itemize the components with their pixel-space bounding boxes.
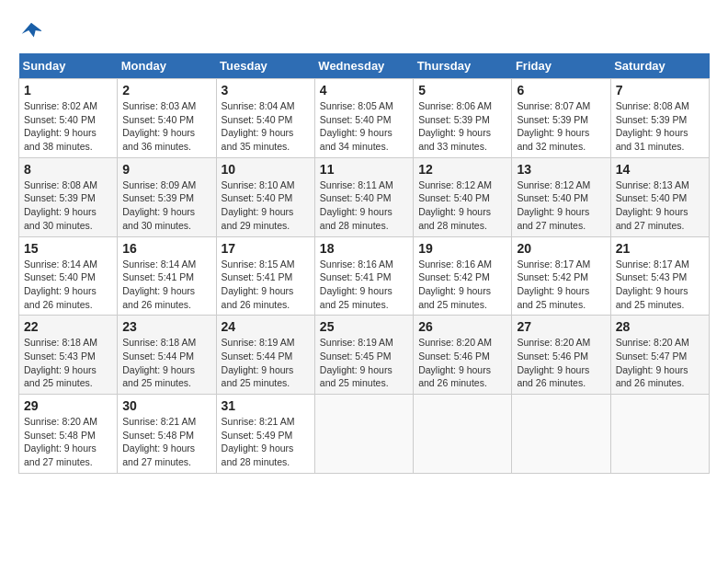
calendar-cell: 16 Sunrise: 8:14 AM Sunset: 5:41 PM Dayl… (118, 236, 216, 316)
day-number: 25 (320, 319, 408, 334)
calendar-cell: 4 Sunrise: 8:05 AM Sunset: 5:40 PM Dayli… (314, 79, 413, 158)
calendar-cell: 26 Sunrise: 8:20 AM Sunset: 5:46 PM Dayl… (414, 316, 512, 395)
calendar-cell (610, 395, 709, 474)
day-info: Sunrise: 8:13 AM Sunset: 5:40 PM Dayligh… (616, 178, 704, 233)
day-info: Sunrise: 8:04 AM Sunset: 5:40 PM Dayligh… (222, 99, 310, 154)
header (18, 18, 710, 44)
calendar-cell: 6 Sunrise: 8:07 AM Sunset: 5:39 PM Dayli… (512, 79, 610, 158)
day-number: 10 (222, 162, 310, 177)
calendar-cell: 19 Sunrise: 8:16 AM Sunset: 5:42 PM Dayl… (414, 236, 512, 316)
day-info: Sunrise: 8:08 AM Sunset: 5:39 PM Dayligh… (616, 99, 704, 154)
calendar-cell: 31 Sunrise: 8:21 AM Sunset: 5:49 PM Dayl… (216, 395, 314, 474)
calendar-cell: 17 Sunrise: 8:15 AM Sunset: 5:41 PM Dayl… (216, 236, 314, 316)
calendar-cell: 23 Sunrise: 8:18 AM Sunset: 5:44 PM Dayl… (118, 316, 216, 395)
day-info: Sunrise: 8:16 AM Sunset: 5:41 PM Dayligh… (320, 258, 408, 312)
day-info: Sunrise: 8:17 AM Sunset: 5:42 PM Dayligh… (517, 258, 605, 312)
day-number: 11 (320, 162, 408, 177)
calendar-cell (414, 395, 512, 474)
day-info: Sunrise: 8:14 AM Sunset: 5:40 PM Dayligh… (24, 258, 112, 312)
week-row-5: 29 Sunrise: 8:20 AM Sunset: 5:48 PM Dayl… (19, 395, 710, 474)
day-number: 14 (616, 162, 704, 177)
day-number: 1 (24, 83, 112, 98)
calendar-cell: 28 Sunrise: 8:20 AM Sunset: 5:47 PM Dayl… (610, 316, 709, 395)
day-info: Sunrise: 8:09 AM Sunset: 5:39 PM Dayligh… (122, 178, 210, 233)
day-number: 22 (24, 319, 112, 334)
logo-icon (18, 18, 44, 44)
calendar-cell: 21 Sunrise: 8:17 AM Sunset: 5:43 PM Dayl… (610, 236, 709, 316)
day-number: 2 (122, 83, 210, 98)
day-info: Sunrise: 8:05 AM Sunset: 5:40 PM Dayligh… (320, 99, 408, 154)
day-number: 16 (122, 241, 210, 256)
day-info: Sunrise: 8:18 AM Sunset: 5:44 PM Dayligh… (122, 336, 210, 390)
day-info: Sunrise: 8:16 AM Sunset: 5:42 PM Dayligh… (418, 258, 506, 312)
calendar-cell: 10 Sunrise: 8:10 AM Sunset: 5:40 PM Dayl… (216, 157, 314, 236)
day-number: 4 (320, 83, 408, 98)
calendar-cell: 20 Sunrise: 8:17 AM Sunset: 5:42 PM Dayl… (512, 236, 610, 316)
week-row-3: 15 Sunrise: 8:14 AM Sunset: 5:40 PM Dayl… (19, 236, 710, 316)
calendar-cell: 29 Sunrise: 8:20 AM Sunset: 5:48 PM Dayl… (19, 395, 118, 474)
column-header-saturday: Saturday (610, 53, 709, 79)
calendar-cell: 14 Sunrise: 8:13 AM Sunset: 5:40 PM Dayl… (610, 157, 709, 236)
calendar-cell: 30 Sunrise: 8:21 AM Sunset: 5:48 PM Dayl… (118, 395, 216, 474)
calendar-cell: 13 Sunrise: 8:12 AM Sunset: 5:40 PM Dayl… (512, 157, 610, 236)
day-info: Sunrise: 8:21 AM Sunset: 5:48 PM Dayligh… (122, 415, 210, 469)
calendar-cell: 1 Sunrise: 8:02 AM Sunset: 5:40 PM Dayli… (19, 79, 118, 158)
column-header-friday: Friday (512, 53, 610, 79)
calendar-header-row: SundayMondayTuesdayWednesdayThursdayFrid… (19, 53, 710, 79)
calendar-cell: 5 Sunrise: 8:06 AM Sunset: 5:39 PM Dayli… (414, 79, 512, 158)
calendar-cell: 27 Sunrise: 8:20 AM Sunset: 5:46 PM Dayl… (512, 316, 610, 395)
calendar-cell: 12 Sunrise: 8:12 AM Sunset: 5:40 PM Dayl… (414, 157, 512, 236)
day-number: 12 (418, 162, 506, 177)
day-number: 9 (122, 162, 210, 177)
column-header-tuesday: Tuesday (216, 53, 314, 79)
day-number: 21 (616, 241, 704, 256)
column-header-sunday: Sunday (19, 53, 118, 79)
calendar-cell: 3 Sunrise: 8:04 AM Sunset: 5:40 PM Dayli… (216, 79, 314, 158)
calendar: SundayMondayTuesdayWednesdayThursdayFrid… (18, 53, 710, 474)
day-number: 7 (616, 83, 704, 98)
day-info: Sunrise: 8:17 AM Sunset: 5:43 PM Dayligh… (616, 258, 704, 312)
day-info: Sunrise: 8:11 AM Sunset: 5:40 PM Dayligh… (320, 178, 408, 233)
calendar-cell (314, 395, 413, 474)
day-info: Sunrise: 8:20 AM Sunset: 5:46 PM Dayligh… (517, 336, 605, 390)
day-info: Sunrise: 8:19 AM Sunset: 5:45 PM Dayligh… (320, 336, 408, 390)
day-number: 29 (24, 398, 112, 413)
week-row-4: 22 Sunrise: 8:18 AM Sunset: 5:43 PM Dayl… (19, 316, 710, 395)
calendar-cell: 22 Sunrise: 8:18 AM Sunset: 5:43 PM Dayl… (19, 316, 118, 395)
day-info: Sunrise: 8:10 AM Sunset: 5:40 PM Dayligh… (222, 178, 310, 233)
day-number: 27 (517, 319, 605, 334)
day-info: Sunrise: 8:14 AM Sunset: 5:41 PM Dayligh… (122, 258, 210, 312)
day-number: 26 (418, 319, 506, 334)
column-header-wednesday: Wednesday (314, 53, 413, 79)
calendar-cell: 7 Sunrise: 8:08 AM Sunset: 5:39 PM Dayli… (610, 79, 709, 158)
day-number: 31 (222, 398, 310, 413)
day-info: Sunrise: 8:15 AM Sunset: 5:41 PM Dayligh… (222, 258, 310, 312)
calendar-cell: 18 Sunrise: 8:16 AM Sunset: 5:41 PM Dayl… (314, 236, 413, 316)
calendar-cell: 25 Sunrise: 8:19 AM Sunset: 5:45 PM Dayl… (314, 316, 413, 395)
calendar-cell: 8 Sunrise: 8:08 AM Sunset: 5:39 PM Dayli… (19, 157, 118, 236)
calendar-cell: 24 Sunrise: 8:19 AM Sunset: 5:44 PM Dayl… (216, 316, 314, 395)
week-row-1: 1 Sunrise: 8:02 AM Sunset: 5:40 PM Dayli… (19, 79, 710, 158)
column-header-monday: Monday (118, 53, 216, 79)
day-info: Sunrise: 8:18 AM Sunset: 5:43 PM Dayligh… (24, 336, 112, 390)
day-number: 30 (122, 398, 210, 413)
calendar-cell (512, 395, 610, 474)
day-number: 6 (517, 83, 605, 98)
day-number: 17 (222, 241, 310, 256)
day-info: Sunrise: 8:07 AM Sunset: 5:39 PM Dayligh… (517, 99, 605, 154)
day-info: Sunrise: 8:21 AM Sunset: 5:49 PM Dayligh… (222, 415, 310, 469)
day-info: Sunrise: 8:12 AM Sunset: 5:40 PM Dayligh… (418, 178, 506, 233)
day-number: 5 (418, 83, 506, 98)
day-number: 13 (517, 162, 605, 177)
day-number: 28 (616, 319, 704, 334)
logo (18, 18, 48, 44)
day-number: 19 (418, 241, 506, 256)
day-info: Sunrise: 8:20 AM Sunset: 5:47 PM Dayligh… (616, 336, 704, 390)
day-info: Sunrise: 8:03 AM Sunset: 5:40 PM Dayligh… (122, 99, 210, 154)
calendar-cell: 2 Sunrise: 8:03 AM Sunset: 5:40 PM Dayli… (118, 79, 216, 158)
day-number: 8 (24, 162, 112, 177)
day-number: 24 (222, 319, 310, 334)
day-number: 15 (24, 241, 112, 256)
day-number: 18 (320, 241, 408, 256)
day-info: Sunrise: 8:08 AM Sunset: 5:39 PM Dayligh… (24, 178, 112, 233)
